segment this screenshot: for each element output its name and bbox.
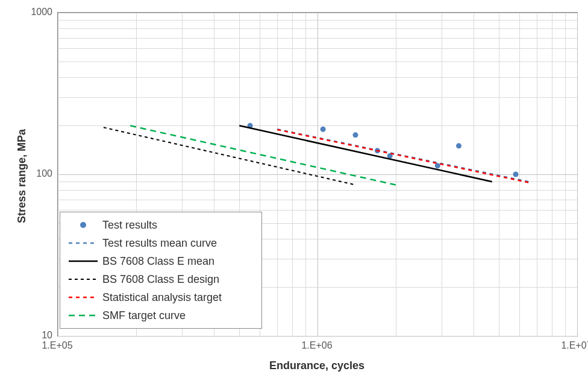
legend: Test results Test results mean curve BS … (60, 212, 262, 329)
x-tick-label: 1.E+06 (301, 340, 332, 351)
sn-chart: Stress range, MPa Endurance, cycles 1.E+… (0, 0, 588, 383)
dashed-line-icon (67, 291, 99, 303)
legend-item-mean-curve: Test results mean curve (67, 234, 254, 252)
legend-label: BS 7608 Class E mean (102, 255, 214, 268)
legend-item-bs-mean: BS 7608 Class E mean (67, 252, 254, 270)
dashed-line-icon (67, 237, 99, 249)
data-point (513, 172, 519, 177)
data-point (456, 143, 461, 148)
scatter-marker-icon (67, 219, 99, 231)
legend-label: SMF target curve (102, 309, 186, 322)
y-tick-label: 10 (42, 330, 52, 341)
data-point (435, 163, 440, 168)
legend-label: Test results (102, 219, 157, 232)
y-tick-label: 100 (36, 168, 52, 179)
legend-label: BS 7608 Class E design (102, 273, 219, 286)
short-dash-line-icon (67, 273, 99, 285)
solid-line-icon (67, 255, 99, 267)
series-line (104, 127, 355, 185)
y-tick-label: 1000 (31, 7, 52, 17)
long-dash-line-icon (67, 309, 99, 321)
x-axis-title: Endurance, cycles (227, 359, 407, 372)
svg-point-0 (80, 222, 86, 228)
legend-item-test-results: Test results (67, 216, 254, 234)
legend-label: Test results mean curve (102, 237, 217, 250)
series-line (277, 130, 528, 183)
data-point (352, 132, 358, 138)
legend-label: Statistical analysis target (102, 291, 222, 304)
y-axis-title: Stress range, MPa (16, 129, 28, 223)
legend-item-stat-target: Statistical analysis target (67, 288, 254, 306)
x-tick-label: 1.E+07 (561, 340, 588, 351)
legend-item-smf-target: SMF target curve (67, 306, 254, 324)
series-line (239, 125, 492, 182)
legend-item-bs-design: BS 7608 Class E design (67, 270, 254, 288)
x-tick-label: 1.E+05 (42, 340, 72, 351)
data-point (321, 127, 326, 132)
